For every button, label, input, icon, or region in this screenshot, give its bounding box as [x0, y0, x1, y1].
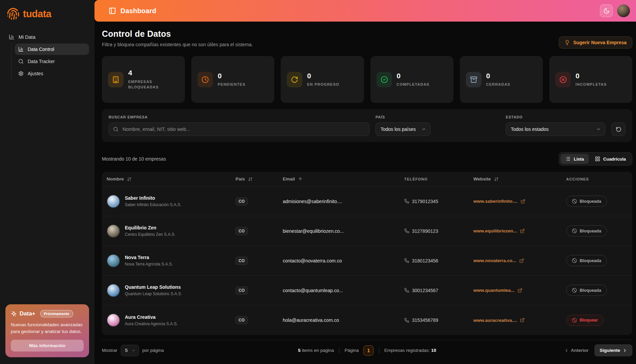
app-logo-text: tudata: [23, 8, 51, 20]
app-logo[interactable]: tudata: [0, 0, 94, 28]
column-header-acciones: ACCIONES: [566, 177, 628, 181]
action-button[interactable]: Bloqueada: [566, 255, 607, 266]
promo-more-info-button[interactable]: Más información: [11, 340, 84, 352]
previous-page-button[interactable]: Anterior: [561, 345, 592, 356]
sidebar-item-mi-data[interactable]: Mi Data: [5, 31, 89, 43]
view-grid-button[interactable]: Cuadrícula: [590, 154, 631, 164]
website-link-text[interactable]: www.equilibriozen...: [473, 228, 517, 233]
building-icon: [108, 72, 123, 87]
company-email: contacto@novaterra.com.co: [283, 258, 404, 263]
main-area: Dashboard Control de Datos Filtra y bloq…: [94, 0, 636, 364]
app-root: tudata Mi Data Data Control: [0, 0, 636, 364]
sidebar-item-label: Mi Data: [19, 34, 35, 40]
sidebar-item-ajustes[interactable]: Ajustes: [15, 68, 89, 79]
theme-toggle-button[interactable]: [600, 4, 613, 17]
separator: |: [339, 348, 340, 353]
promo-description: Nuevas funcionalidades avanzadas para ge…: [11, 321, 84, 335]
stat-label: EMPRESAS BLOQUEADAS: [128, 79, 179, 90]
country-badge: CO: [236, 227, 248, 235]
chevron-down-icon: [132, 348, 136, 353]
external-link-icon[interactable]: [520, 229, 525, 233]
column-header-pais[interactable]: País: [236, 176, 283, 181]
list-icon: [565, 156, 571, 162]
company-avatar: [107, 254, 120, 268]
phone-number: 3153456789: [412, 317, 438, 323]
action-button-label: Bloquear: [580, 318, 598, 323]
view-toggle: Lista Cuadrícula: [559, 152, 632, 166]
header-title: Dashboard: [120, 7, 156, 15]
page-subtitle: Filtra y bloquea compañías existentes qu…: [102, 42, 253, 47]
results-count-text: Mostrando 10 de 10 empresas: [102, 156, 166, 162]
grid-icon: [595, 156, 600, 162]
status-select-value: Todos los estados: [511, 127, 549, 132]
stat-value: 0: [397, 72, 430, 80]
promo-badge: Próximamente: [40, 310, 73, 317]
company-legal-name: Saber Infinito Educación S.A.S.: [125, 202, 181, 207]
sidebar-item-data-tracker[interactable]: Data Tracker: [15, 56, 89, 67]
rotate-cw-icon: [287, 72, 302, 87]
company-avatar: [107, 195, 120, 208]
website-link-text[interactable]: www.saberinfinito....: [473, 199, 518, 204]
registered-companies-text: Empresas registradas: 10: [384, 348, 436, 353]
phone-number: 3127890123: [412, 228, 438, 234]
company-legal-name: Centro Equilibrio Zen S.A.S.: [125, 232, 175, 237]
view-list-label: Lista: [574, 157, 584, 162]
external-link-icon[interactable]: [520, 318, 525, 323]
column-header-nombre[interactable]: Nombre: [107, 176, 236, 181]
page-size-label: Mostrar: [102, 348, 117, 353]
ban-icon: [572, 258, 577, 263]
page-size-select[interactable]: 5: [121, 345, 139, 356]
stat-card-en-progreso: 0 EN PROGRESO: [281, 56, 364, 103]
action-button[interactable]: Bloqueada: [566, 225, 607, 236]
sort-icon: [127, 177, 132, 181]
status-select[interactable]: Todos los estados: [506, 122, 605, 136]
action-button[interactable]: Bloqueada: [566, 196, 607, 207]
reset-filters-button[interactable]: [611, 122, 626, 136]
moon-icon: [603, 8, 610, 14]
table-row: Saber Infinito Saber Infinito Educación …: [102, 187, 632, 216]
column-header-website[interactable]: Website: [473, 176, 566, 181]
promo-title: Data+: [20, 310, 35, 317]
website-link-text[interactable]: www.novaterra.co...: [473, 258, 516, 263]
table-header: Nombre País Email: [102, 172, 632, 187]
ban-icon: [572, 228, 577, 233]
external-link-icon[interactable]: [519, 258, 524, 263]
current-page-badge[interactable]: 1: [363, 345, 374, 356]
company-legal-name: Aura Creativa Agencia S.A.S.: [125, 321, 178, 326]
country-select[interactable]: Todos los países: [376, 122, 431, 136]
action-button-label: Bloqueada: [580, 229, 601, 233]
sort-icon: [494, 177, 499, 181]
suggest-company-button[interactable]: Sugerir Nueva Empresa: [559, 36, 632, 49]
user-avatar[interactable]: [617, 4, 630, 17]
stat-value: 0: [307, 72, 339, 80]
view-list-button[interactable]: Lista: [560, 154, 588, 164]
chevron-left-icon: [564, 348, 569, 353]
gear-icon: [18, 71, 24, 76]
next-page-label: Siguiente: [600, 348, 620, 353]
stat-card-incompletas: 0 INCOMPLETAS: [549, 56, 632, 103]
action-button[interactable]: Bloquear: [566, 315, 604, 326]
table-row: Equilibrio Zen Centro Equilibrio Zen S.A…: [102, 216, 632, 246]
website-link-text[interactable]: www.quantumlea...: [473, 288, 515, 293]
stat-card-pendientes: 0 PENDIENTES: [191, 56, 274, 103]
chevron-down-icon: [421, 127, 426, 132]
company-avatar: [107, 284, 120, 297]
stat-value: 4: [128, 69, 179, 77]
external-link-icon[interactable]: [518, 288, 522, 293]
next-page-button[interactable]: Siguiente: [594, 344, 632, 356]
external-link-icon[interactable]: [521, 199, 525, 204]
search-icon: [18, 59, 24, 64]
sidebar-item-data-control[interactable]: Data Control: [15, 44, 89, 55]
search-input[interactable]: [109, 122, 369, 136]
panel-icon[interactable]: [109, 7, 116, 15]
bar-chart-icon: [18, 47, 24, 52]
action-button[interactable]: Bloqueada: [566, 285, 607, 296]
phone-number: 3180123456: [412, 258, 438, 263]
stat-label: PENDIENTES: [218, 82, 245, 87]
website-link-text[interactable]: www.auracreativa....: [473, 318, 517, 323]
ban-icon: [572, 199, 577, 204]
lightbulb-icon: [564, 40, 570, 45]
column-header-email[interactable]: Email: [283, 176, 404, 181]
promo-card: Data+ Próximamente Nuevas funcionalidade…: [5, 304, 89, 358]
table-body: Saber Infinito Saber Infinito Educación …: [102, 187, 632, 335]
